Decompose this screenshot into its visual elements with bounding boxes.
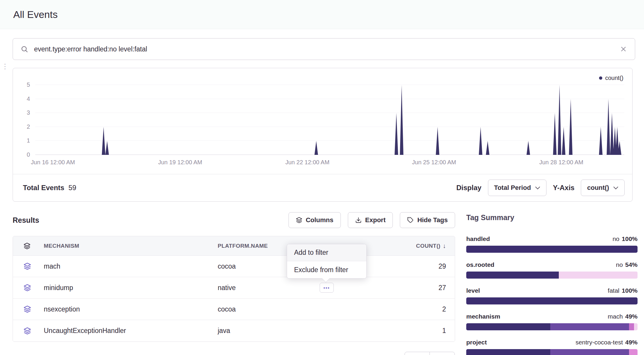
tag-distribution-bar[interactable]: [466, 297, 638, 304]
cell-platform: native: [218, 284, 405, 292]
cell-count: 29: [405, 262, 455, 270]
display-dropdown[interactable]: Total Period: [488, 180, 547, 196]
page-header: All Events: [0, 0, 644, 29]
tag-summary-sidebar: Tag Summary handled no100% os.rooted no5…: [466, 212, 638, 355]
tag-top-value: mach49%: [608, 313, 638, 320]
chart-series: [35, 85, 624, 155]
chart-footer: Total Events 59 Display Total Period Y-A…: [13, 174, 632, 201]
tag-icon: [407, 217, 414, 223]
cell-mechanism: mach: [44, 262, 218, 270]
download-icon: [355, 217, 362, 223]
cell-mechanism: UncaughtExceptionHandler: [44, 327, 218, 335]
clear-search-icon[interactable]: [620, 45, 627, 53]
table-row[interactable]: mach cocoa 29: [13, 256, 455, 277]
column-header-count[interactable]: COUNT() ↓: [405, 242, 455, 249]
tag-name: os.rooted: [466, 261, 494, 268]
tag-summary-item: mechanism mach49%: [466, 313, 638, 330]
row-actions-button[interactable]: •••: [320, 283, 334, 293]
tag-bar-segment: [629, 349, 638, 355]
tag-distribution-bar[interactable]: [466, 246, 638, 253]
legend-label: count(): [605, 75, 623, 81]
layers-icon: [13, 262, 44, 270]
tag-bar-segment: [634, 323, 638, 330]
chart-legend[interactable]: count(): [599, 75, 623, 81]
tag-distribution-bar[interactable]: [466, 323, 638, 330]
tag-bar-segment: [466, 272, 559, 279]
total-events-label: Total Events: [23, 184, 64, 192]
tag-bar-segment: [466, 246, 638, 253]
yaxis-label: Y-Axis: [553, 184, 574, 192]
export-button[interactable]: Export: [348, 212, 393, 228]
layers-icon: [296, 217, 302, 223]
chevron-down-icon: [535, 186, 540, 190]
pagination-next-button[interactable]: [430, 352, 455, 355]
tag-top-value: no54%: [616, 261, 638, 268]
columns-button-label: Columns: [306, 216, 333, 224]
chevron-down-icon: [613, 186, 618, 190]
y-tick-label: 0: [27, 151, 30, 158]
sort-desc-icon: ↓: [443, 242, 446, 249]
hide-tags-button[interactable]: Hide Tags: [400, 212, 455, 228]
x-tick-label: Jun 28 12:00 AM: [539, 159, 583, 166]
display-label: Display: [456, 184, 481, 192]
tag-name: handled: [466, 235, 490, 242]
hide-tags-button-label: Hide Tags: [417, 216, 448, 224]
results-header-row: Results Columns Export Hide Tags: [13, 212, 455, 228]
y-tick-label: 5: [27, 81, 30, 88]
tag-summary-item: level fatal100%: [466, 287, 638, 304]
search-input[interactable]: [34, 45, 614, 53]
search-bar[interactable]: [13, 38, 635, 60]
results-heading: Results: [13, 216, 39, 225]
chart-x-axis: Jun 16 12:00 AMJun 19 12:00 AMJun 22 12:…: [35, 159, 624, 168]
cell-count: 2: [405, 305, 455, 313]
layers-icon: [13, 284, 44, 292]
tag-summary-item: handled no100%: [466, 235, 638, 253]
tag-name: mechanism: [466, 313, 500, 320]
y-tick-label: 1: [27, 137, 30, 144]
chart-plot[interactable]: [35, 85, 624, 155]
events-chart-panel: count() 012345 Jun 16 12:00 AMJun 19 12:…: [13, 68, 633, 202]
tag-bar-segment: [466, 297, 638, 304]
tag-summary-item: project sentry-cocoa-test49%: [466, 339, 638, 355]
tag-distribution-bar[interactable]: [466, 272, 638, 279]
tag-bar-segment: [629, 323, 634, 330]
tag-summary-heading: Tag Summary: [466, 213, 638, 222]
drag-handle[interactable]: ⋮: [1, 63, 9, 70]
tag-top-value: sentry-cocoa-test49%: [576, 339, 638, 346]
pagination-prev-button[interactable]: [405, 352, 430, 355]
count-header-label: COUNT(): [416, 243, 440, 249]
table-row[interactable]: UncaughtExceptionHandler java 1: [13, 320, 455, 341]
search-icon: [21, 45, 28, 53]
layers-icon: [13, 242, 44, 249]
tag-name: level: [466, 287, 480, 294]
table-row[interactable]: minidump native 27 •••: [13, 277, 455, 299]
column-header-mechanism[interactable]: MECHANISM: [44, 243, 218, 249]
yaxis-dropdown-value: count(): [587, 184, 609, 192]
table-row[interactable]: nsexception cocoa 2: [13, 299, 455, 320]
y-tick-label: 2: [27, 123, 30, 130]
tag-bar-segment: [466, 349, 550, 355]
tag-bar-segment: [550, 323, 629, 330]
columns-button[interactable]: Columns: [289, 212, 341, 228]
display-dropdown-value: Total Period: [494, 184, 531, 192]
tag-bar-segment: [550, 349, 629, 355]
yaxis-dropdown[interactable]: count(): [581, 180, 625, 196]
tag-distribution-bar[interactable]: [466, 349, 638, 355]
y-tick-label: 4: [27, 96, 30, 102]
x-tick-label: Jun 22 12:00 AM: [285, 159, 329, 166]
y-tick-label: 3: [27, 109, 30, 116]
x-tick-label: Jun 25 12:00 AM: [412, 159, 456, 166]
cell-mechanism: minidump: [44, 284, 218, 292]
page-title: All Events: [13, 9, 58, 20]
tag-top-value: no100%: [613, 235, 638, 242]
cell-platform: java: [218, 327, 405, 335]
tag-bar-segment: [466, 323, 550, 330]
tag-top-value: fatal100%: [608, 287, 638, 294]
tag-list: handled no100% os.rooted no54% level fat…: [466, 235, 638, 355]
total-events-value: 59: [68, 184, 76, 192]
cell-platform: cocoa: [218, 305, 405, 313]
cell-mechanism: nsexception: [44, 305, 218, 313]
cell-context-menu: Add to filterExclude from filter: [287, 244, 367, 279]
context-menu-item[interactable]: Add to filter: [287, 244, 366, 261]
layers-icon: [13, 327, 44, 335]
